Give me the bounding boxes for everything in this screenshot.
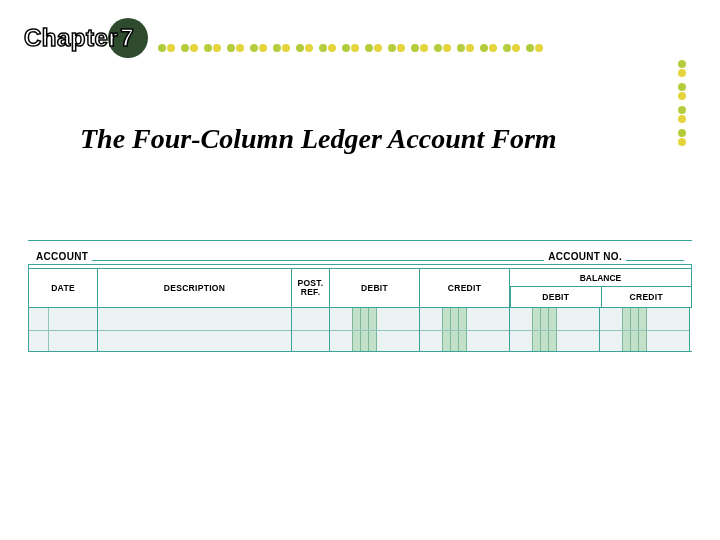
slide-title: The Four-Column Ledger Account Form — [80, 123, 620, 155]
body-balance-credit — [600, 308, 690, 351]
body-credit — [420, 308, 510, 351]
body-description — [98, 308, 292, 351]
col-header-credit: CREDIT — [420, 269, 510, 307]
account-label: ACCOUNT — [36, 251, 88, 262]
col-header-description: DESCRIPTION — [98, 269, 292, 307]
col-header-balance-credit: CREDIT — [602, 287, 693, 307]
ledger-column-headers: DATE DESCRIPTION POST. REF. DEBIT CREDIT… — [28, 268, 692, 308]
account-name-line — [92, 260, 544, 261]
account-no-line — [626, 260, 684, 261]
body-debit — [330, 308, 420, 351]
ledger-form: ACCOUNT ACCOUNT NO. DATE DESCRIPTION POS… — [28, 240, 692, 352]
body-date — [28, 308, 98, 351]
ledger-body-rows — [28, 308, 692, 352]
col-header-balance: BALANCE — [510, 269, 692, 287]
chapter-header: Chapter 7 — [24, 18, 134, 58]
col-header-post-ref: POST. REF. — [292, 269, 330, 307]
col-header-balance-debit: DEBIT — [510, 287, 602, 307]
chapter-number: 7 — [120, 24, 133, 52]
decorative-dots-row — [158, 44, 543, 52]
decorative-dots-column — [678, 60, 686, 146]
col-header-debit: DEBIT — [330, 269, 420, 307]
body-balance-debit — [510, 308, 600, 351]
col-header-balance-group: BALANCE DEBIT CREDIT — [510, 269, 692, 307]
chapter-label: Chapter — [24, 24, 118, 52]
col-header-date: DATE — [28, 269, 98, 307]
account-no-label: ACCOUNT NO. — [548, 251, 622, 262]
body-post-ref — [292, 308, 330, 351]
ledger-account-row: ACCOUNT ACCOUNT NO. — [28, 240, 692, 264]
